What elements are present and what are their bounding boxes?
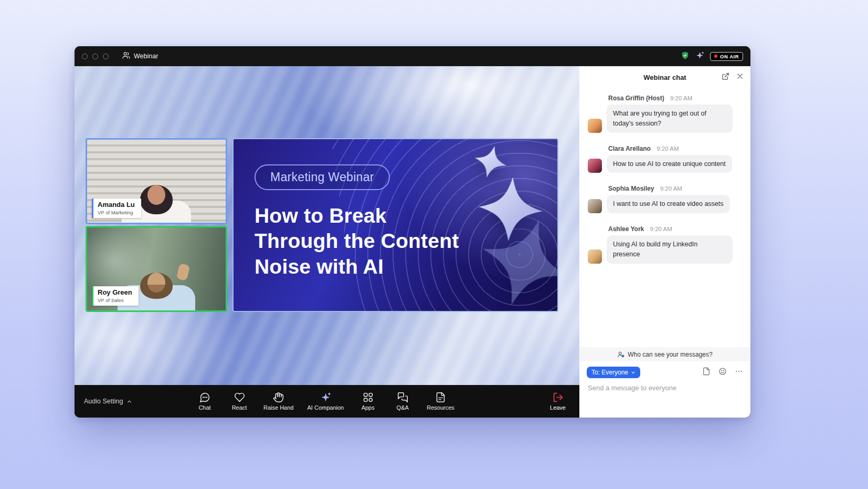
- desktop-background: Webinar ON AIR: [0, 0, 868, 489]
- chat-message: Ashlee York 9:20 AM Using AI to build my…: [588, 225, 742, 264]
- main-area: Amanda Lu VP of Marketing: [75, 66, 579, 418]
- participant-name: Amanda Lu: [98, 201, 135, 209]
- app-title-label: Webinar: [134, 53, 158, 60]
- audio-setting-button[interactable]: Audio Setting: [84, 398, 132, 405]
- to-everyone-label: To: Everyone: [591, 369, 628, 376]
- chat-icon: [199, 392, 210, 403]
- ai-companion-icon: [320, 392, 331, 403]
- pop-out-icon[interactable]: [722, 72, 729, 82]
- leave-button-label: Leave: [550, 404, 566, 411]
- avatar: [588, 119, 602, 133]
- raise-hand-button[interactable]: Raise Hand: [263, 392, 293, 411]
- toolbar-center-buttons: Chat React Raise Hand AI Companion: [194, 385, 454, 418]
- attach-file-icon[interactable]: [702, 367, 711, 378]
- avatar: [588, 159, 602, 173]
- qa-button[interactable]: Q&A: [392, 392, 413, 411]
- message-sender: Clara Arellano: [608, 145, 651, 152]
- message-bubble: I want to use AI to create video assets: [607, 195, 730, 213]
- participant-name: Roy Green: [98, 289, 132, 297]
- heart-icon: [234, 392, 245, 403]
- qa-bubbles-icon: [397, 392, 408, 403]
- participant-role: VP of Sales: [98, 297, 132, 303]
- to-everyone-selector[interactable]: To: Everyone: [587, 367, 640, 378]
- ai-companion-button[interactable]: AI Companion: [307, 392, 344, 411]
- raise-hand-icon: [273, 392, 284, 403]
- apps-button[interactable]: Apps: [357, 392, 378, 411]
- chat-message: Sophia Mosiley 9:20 AM I want to use AI …: [588, 185, 742, 213]
- audio-setting-label: Audio Setting: [84, 398, 123, 405]
- emoji-icon[interactable]: [718, 367, 727, 378]
- close-panel-icon[interactable]: [736, 72, 744, 82]
- minimize-window-button[interactable]: [92, 54, 98, 59]
- leave-button[interactable]: Leave: [550, 385, 566, 418]
- chevron-up-icon: [126, 399, 132, 404]
- chat-message: Clara Arellano 9:20 AM How to use AI to …: [588, 145, 742, 173]
- chat-composer: To: Everyone: [579, 361, 750, 392]
- avatar: [588, 249, 602, 264]
- webinar-chat-panel: Webinar chat: [579, 66, 750, 418]
- message-time: 9:20 AM: [670, 95, 692, 101]
- participants-icon: [122, 51, 130, 61]
- raise-hand-button-label: Raise Hand: [263, 404, 293, 411]
- message-sender: Ashlee York: [608, 225, 644, 233]
- chevron-down-icon: [631, 370, 636, 375]
- message-sender: Rosa Griffin (Host): [608, 95, 664, 102]
- nametag-amanda: Amanda Lu VP of Marketing: [92, 199, 141, 218]
- titlebar: Webinar ON AIR: [75, 46, 750, 66]
- react-button[interactable]: React: [229, 392, 250, 411]
- shared-slide: Marketing Webinar How to Break Through t…: [232, 138, 558, 312]
- message-bubble: Using AI to build my LinkedIn presence: [607, 235, 733, 264]
- app-title: Webinar: [122, 51, 158, 61]
- message-sender: Sophia Mosiley: [608, 185, 654, 192]
- ai-companion-titlebar-icon[interactable]: [695, 51, 704, 62]
- more-options-icon[interactable]: [735, 367, 743, 378]
- chat-message-input[interactable]: [587, 378, 743, 392]
- on-air-dot-icon: [714, 55, 717, 58]
- chat-title: Webinar chat: [643, 74, 686, 81]
- video-tile-amanda-lu[interactable]: Amanda Lu VP of Marketing: [86, 138, 227, 224]
- slide-star-shape: [477, 175, 545, 243]
- react-button-label: React: [232, 404, 247, 411]
- leave-door-icon: [553, 392, 564, 403]
- privacy-note-bar[interactable]: Who can see your messages?: [579, 347, 750, 361]
- slide-badge: Marketing Webinar: [255, 164, 390, 190]
- meeting-toolbar: Audio Setting Chat React: [75, 385, 579, 418]
- apps-grid-icon: [363, 392, 374, 403]
- message-bubble: How to use AI to create unique content: [607, 155, 732, 173]
- chat-header: Webinar chat: [579, 66, 750, 88]
- video-tile-roy-green[interactable]: Roy Green VP of Sales: [86, 226, 227, 312]
- chat-button[interactable]: Chat: [194, 392, 215, 411]
- on-air-badge: ON AIR: [710, 52, 743, 61]
- message-time: 9:20 AM: [650, 226, 672, 232]
- apps-button-label: Apps: [362, 404, 375, 411]
- chat-bottom-spacer: [579, 392, 750, 418]
- resources-button[interactable]: Resources: [427, 392, 454, 411]
- nametag-roy: Roy Green VP of Sales: [92, 286, 139, 306]
- avatar: [588, 199, 602, 213]
- resources-button-label: Resources: [427, 404, 454, 411]
- message-time: 9:20 AM: [660, 185, 682, 192]
- on-air-label: ON AIR: [720, 54, 739, 59]
- webinar-window: Webinar ON AIR: [75, 46, 750, 418]
- video-stage: Amanda Lu VP of Marketing: [75, 66, 579, 385]
- qa-button-label: Q&A: [397, 404, 409, 411]
- window-controls: [82, 54, 109, 59]
- message-time: 9:20 AM: [657, 145, 679, 152]
- slide-headline: How to Break Through the Content Noise w…: [255, 203, 459, 279]
- who-can-see-icon: [617, 351, 624, 358]
- ai-companion-button-label: AI Companion: [307, 404, 344, 411]
- message-bubble: What are you trying to get out of today'…: [607, 105, 733, 133]
- maximize-window-button[interactable]: [103, 54, 109, 59]
- privacy-note-label: Who can see your messages?: [628, 351, 712, 358]
- chat-button-label: Chat: [198, 404, 210, 411]
- close-window-button[interactable]: [82, 54, 88, 59]
- titlebar-right: ON AIR: [681, 51, 743, 62]
- chat-message: Rosa Griffin (Host) 9:20 AM What are you…: [588, 95, 742, 133]
- participant-role: VP of Marketing: [98, 210, 135, 215]
- chat-message-list[interactable]: Rosa Griffin (Host) 9:20 AM What are you…: [579, 88, 750, 347]
- resources-document-icon: [435, 392, 446, 403]
- security-shield-icon[interactable]: [681, 51, 690, 62]
